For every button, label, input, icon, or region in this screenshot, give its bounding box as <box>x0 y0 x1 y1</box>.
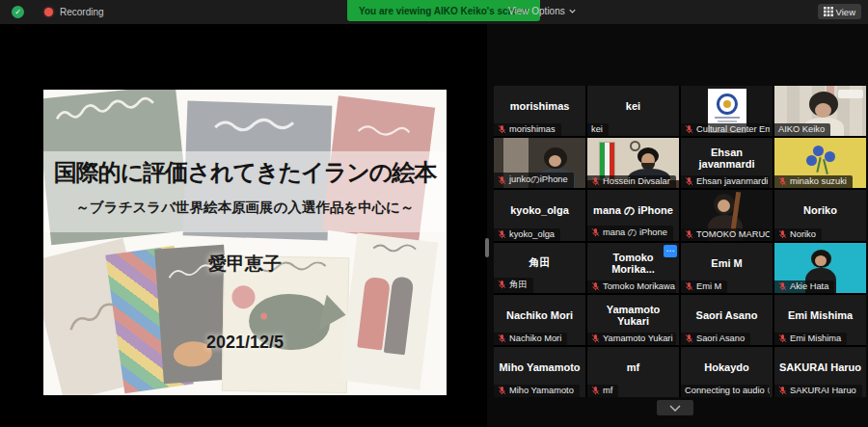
participant-tile-mana-iphone[interactable]: mana の iPhone mana の iPhone <box>587 190 679 240</box>
participant-tile-emi-m[interactable]: Emi M Emi M <box>681 243 773 293</box>
participant-name: morishimas <box>494 86 585 126</box>
person-face <box>815 255 827 266</box>
slide-title: 国際的に評価されてきたイランの絵本 <box>43 157 447 188</box>
person-face <box>815 103 831 118</box>
participant-label: kei <box>587 123 609 136</box>
participant-tile-aiko-keiko-active-speaker[interactable]: AIKO Keiko <box>774 86 866 136</box>
participant-tile-yamamoto-yukari[interactable]: Yamamoto Yukari Yamamoto Yukari <box>587 295 679 345</box>
view-options-button[interactable]: View Options <box>508 0 576 21</box>
muted-mic-icon <box>498 386 506 395</box>
muted-mic-icon <box>685 176 693 186</box>
participant-name: Emi M <box>681 243 773 283</box>
participant-tile-miho-yamamoto[interactable]: Miho Yamamoto Miho Yamamoto <box>494 347 585 397</box>
participant-label: Emi M <box>681 280 727 293</box>
participant-name: kyoko_olga <box>494 190 585 230</box>
participant-tile-kakuta[interactable]: 角田 角田 <box>494 243 585 293</box>
muted-mic-icon <box>778 176 787 186</box>
participant-tile-noriko[interactable]: Noriko Noriko <box>774 190 866 240</box>
participant-name: Yamamoto Yukari <box>587 295 679 335</box>
flower <box>813 146 824 156</box>
muted-mic-icon <box>498 334 506 343</box>
participant-label: Noriko <box>774 228 822 241</box>
panel-resize-handle[interactable] <box>485 238 489 257</box>
slide-date: 2021/12/5 <box>43 333 447 353</box>
participant-label: morishimas <box>494 123 561 136</box>
participant-tile-morishimas[interactable]: morishimas morishimas <box>494 86 585 136</box>
participant-label: TOMOKO MARUONO <box>681 228 770 241</box>
chevron-down-icon <box>669 405 681 412</box>
logo-text-line <box>715 117 740 119</box>
encryption-shield-icon[interactable]: ✓ <box>12 6 24 18</box>
muted-mic-icon <box>685 229 693 239</box>
view-button[interactable]: View <box>818 4 861 19</box>
flower <box>806 155 817 166</box>
muted-mic-icon <box>778 386 787 395</box>
participant-name: Emi Mishima <box>774 295 866 335</box>
participant-label: kyoko_olga <box>494 228 560 241</box>
iran-flag <box>599 142 615 180</box>
muted-mic-icon <box>778 229 787 239</box>
presentation-slide: 国際的に評価されてきたイランの絵本 ～ブラチスラバ世界絵本原画展の入選作品を中心… <box>43 90 447 395</box>
participant-tile-ehsan-javanmardi[interactable]: Ehsan javanmardi Ehsan javanmardi <box>681 138 773 188</box>
participant-tile-minako-suzuki[interactable]: minako suzuki <box>774 138 866 188</box>
muted-mic-icon <box>498 229 506 239</box>
chevron-down-icon <box>569 9 576 13</box>
participant-tile-kei[interactable]: kei kei <box>587 86 679 136</box>
participant-label: Hossein Divsalar <box>587 175 676 188</box>
participant-tile-tomoko-morikawa[interactable]: ⋯ Tomoko Morika... Tomoko Morikawa <box>587 243 679 293</box>
muted-mic-icon <box>591 176 600 186</box>
participant-gallery: morishimas morishimas kei kei Cultural C… <box>494 86 866 397</box>
gallery-scroll-down-button[interactable] <box>657 400 693 415</box>
meeting-topbar: ✓ Recording You are viewing AIKO Keiko's… <box>0 0 868 24</box>
muted-mic-icon <box>591 281 600 291</box>
participant-name: Hokaydo <box>681 347 773 387</box>
participant-label: Emi Mishima <box>774 333 847 345</box>
participant-tile-mf[interactable]: mf mf <box>587 347 679 397</box>
participant-label: 角田 <box>494 278 533 293</box>
participant-label: SAKURAI Haruo <box>774 385 862 397</box>
participant-tile-hokaydo[interactable]: Hokaydo Connecting to audio <box>681 347 773 397</box>
topbar-status-group: ✓ Recording <box>12 0 104 24</box>
flower-stem <box>816 157 821 173</box>
participant-tile-hossein-divsalar[interactable]: Hossein Divsalar <box>587 138 679 188</box>
slide-subtitle: ～ブラチスラバ世界絵本原画展の入選作品を中心に～ <box>43 199 447 217</box>
logo-dot <box>723 100 731 108</box>
participant-tile-cultural-center[interactable]: Cultural Center Embassy of... <box>681 86 773 136</box>
participant-tile-sakurai-haruo[interactable]: SAKURAI Haruo SAKURAI Haruo <box>774 347 866 397</box>
spinner-icon <box>768 387 770 394</box>
participant-tile-saori-asano[interactable]: Saori Asano Saori Asano <box>681 295 773 345</box>
muted-mic-icon <box>591 386 600 395</box>
participant-tile-akie-hata[interactable]: Akie Hata <box>774 243 866 293</box>
muted-mic-icon <box>778 334 787 343</box>
muted-mic-icon <box>591 227 600 237</box>
participant-name: Ehsan javanmardi <box>681 138 773 178</box>
logo-text-line <box>718 120 737 122</box>
participant-name: SAKURAI Haruo <box>774 347 866 387</box>
participant-name: Nachiko Mori <box>494 295 585 335</box>
participant-tile-nachiko-mori[interactable]: Nachiko Mori Nachiko Mori <box>494 295 585 345</box>
participant-label: Akie Hata <box>774 280 834 293</box>
view-options-label: View Options <box>508 6 565 16</box>
muted-mic-icon <box>685 281 693 291</box>
participant-tile-kyoko-olga[interactable]: kyoko_olga kyoko_olga <box>494 190 585 240</box>
participant-name: mf <box>587 347 679 387</box>
grid-view-icon <box>824 7 833 16</box>
muted-mic-icon <box>498 175 506 185</box>
participant-label: Saori Asano <box>681 333 750 345</box>
participant-label: mana の iPhone <box>587 226 673 241</box>
tile-more-options-button[interactable]: ⋯ <box>664 245 677 257</box>
participant-tile-junko-iphone[interactable]: junkoのiPhone <box>494 138 585 188</box>
participant-tile-tomoko-maruono[interactable]: TOMOKO MARUONO <box>681 190 773 240</box>
participant-tile-emi-mishima[interactable]: Emi Mishima Emi Mishima <box>774 295 866 345</box>
participant-label: Cultural Center Embassy of... <box>681 123 770 136</box>
participant-name: Saori Asano <box>681 295 773 335</box>
participant-label: AIKO Keiko <box>774 123 830 136</box>
zoom-meeting-window: ✓ Recording You are viewing AIKO Keiko's… <box>0 0 868 427</box>
participant-name: kei <box>587 86 679 126</box>
muted-mic-icon <box>685 124 693 134</box>
recording-dot-icon <box>44 8 53 16</box>
participant-label: Nachiko Mori <box>494 333 567 345</box>
recording-label: Recording <box>60 7 104 17</box>
shared-screen-area: 国際的に評価されてきたイランの絵本 ～ブラチスラバ世界絵本原画展の入選作品を中心… <box>0 24 487 427</box>
muted-mic-icon <box>498 124 506 134</box>
